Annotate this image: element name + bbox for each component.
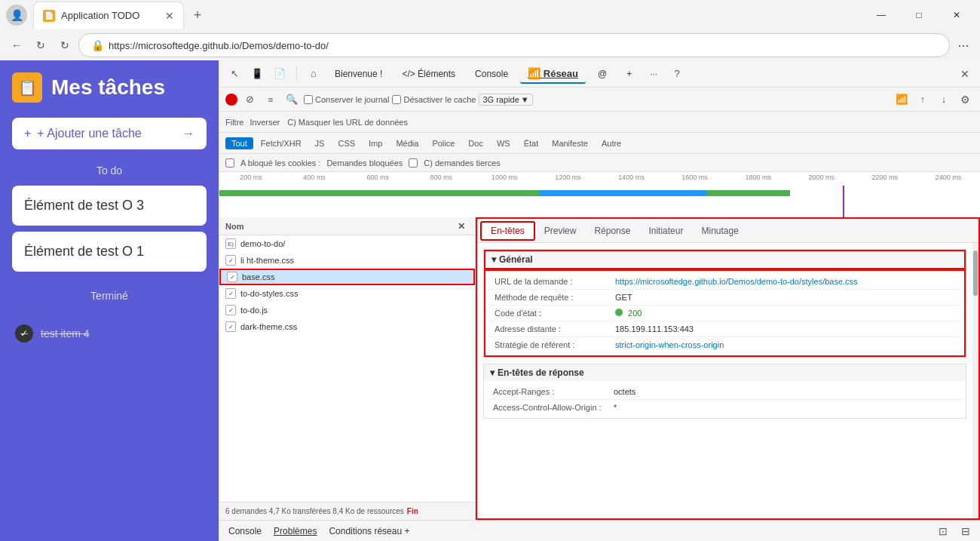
devtools-bottom-bar: Console Problèmes Conditions réseau + ⊡ … [219, 520, 980, 541]
filter-tab-fetch[interactable]: Fetch/XHR [255, 137, 308, 149]
maximize-button[interactable]: □ [902, 3, 936, 27]
new-tab-button[interactable]: + [187, 5, 208, 26]
user-avatar[interactable]: 👤 [6, 5, 27, 26]
ruler-1400: 1400 ms [599, 174, 663, 181]
request-item-4[interactable]: ✓ to-do.js [219, 302, 475, 318]
filter-tab-manifest[interactable]: Manifeste [546, 137, 594, 149]
tab-plus[interactable]: + [619, 66, 639, 82]
blue-bar [539, 190, 706, 196]
throttle-select[interactable]: 3G rapide ▼ [479, 94, 532, 106]
filter-tab-other[interactable]: Autre [596, 137, 627, 149]
tab-network[interactable]: 📶 Réseau [520, 64, 586, 84]
status-dot [615, 309, 623, 316]
done-section-label: Terminé [12, 290, 207, 302]
request-detail-panel: En-têtes Preview Réponse Initiateur Minu… [476, 217, 980, 520]
back-button[interactable]: ← [6, 35, 27, 56]
filter-tab-js[interactable]: JS [309, 137, 331, 149]
detail-tab-headers[interactable]: En-têtes [480, 221, 535, 241]
remote-addr-key: Adresse distante : [495, 324, 615, 334]
ruler-labels: 200 ms 400 ms 600 ms 800 ms 1000 ms 1200… [219, 174, 980, 181]
devtools-device-icon[interactable]: 📱 [248, 65, 266, 83]
blocked-cookies-checkbox[interactable] [225, 158, 234, 168]
devtools-cursor-icon[interactable]: ↖ [225, 65, 243, 83]
filter-tab-media[interactable]: Média [390, 137, 424, 149]
method-value: GET [615, 293, 632, 302]
tab-at[interactable]: @ [590, 66, 614, 82]
request-item-3[interactable]: ✓ to-do-styles.css [219, 285, 475, 302]
stop-button[interactable]: ⊘ [240, 91, 259, 109]
filter-tab-state[interactable]: État [518, 137, 545, 149]
devtools-more-button[interactable]: ··· [644, 66, 663, 82]
bottom-tab-console[interactable]: Console [225, 524, 265, 538]
request-item-5[interactable]: ✓ dark-theme.css [219, 318, 475, 335]
request-item-0[interactable]: E) demo-to-do/ [219, 235, 475, 252]
filter-tab-font[interactable]: Police [426, 137, 461, 149]
network-toolbar-right: 📶 ↑ ↓ ⚙ [893, 91, 974, 109]
refresh-button[interactable]: ↻ [54, 35, 75, 56]
filter-tab-all[interactable]: Tout [225, 137, 253, 149]
devtools-help-button[interactable]: ? [668, 65, 686, 83]
detail-tabs: En-têtes Preview Réponse Initiateur Minu… [477, 219, 978, 243]
wifi-signal-icon[interactable]: 📶 [893, 91, 911, 109]
preserve-log-checkbox[interactable] [304, 95, 313, 104]
bottom-tab-conditions[interactable]: Conditions réseau + [326, 524, 412, 538]
response-headers-section: ▾ En-têtes de réponse Accept-Ranges : oc… [483, 364, 966, 419]
detail-tab-response[interactable]: Réponse [585, 223, 639, 239]
dock-icon[interactable]: ⊟ [957, 523, 974, 539]
detach-icon[interactable]: ⊡ [935, 523, 951, 539]
ruler-2400: 2400 ms [917, 174, 980, 181]
response-headers-section-header[interactable]: ▾ En-têtes de réponse [484, 364, 966, 381]
close-detail-panel-button[interactable]: ✕ [454, 219, 469, 234]
filter-tab-doc[interactable]: Doc [462, 137, 489, 149]
invert-label: Inverser [250, 118, 280, 127]
request-item-2[interactable]: ✓ base.css [219, 269, 475, 285]
tab-welcome[interactable]: Bienvenue ! [327, 66, 390, 82]
filter-tab-css[interactable]: CSS [332, 137, 361, 149]
clear-button[interactable]: ≡ [262, 91, 280, 109]
detail-tab-preview[interactable]: Preview [535, 223, 586, 239]
tab-console[interactable]: Console [467, 66, 516, 82]
todo-item-2[interactable]: Élément de test O 1 [12, 232, 207, 272]
todo-item-1[interactable]: Élément de test O 3 [12, 186, 207, 226]
completed-item-1[interactable]: ✓ test item 4 [12, 317, 207, 350]
close-button[interactable]: ✕ [939, 3, 974, 27]
devtools-snippet-icon[interactable]: 📄 [271, 65, 289, 83]
devtools-close-button[interactable]: ✕ [956, 65, 974, 83]
detail-tab-timing[interactable]: Minutage [692, 223, 747, 239]
completed-item-1-text: test item 4 [41, 327, 90, 340]
detail-scrollbar[interactable] [972, 243, 978, 518]
browser-more-button[interactable]: ··· [953, 35, 974, 56]
devtools-home-icon[interactable]: ⌂ [305, 65, 323, 83]
request-list: Nom ✕ E) demo-to-do/ ✓ li ht-theme.css ✓… [219, 217, 476, 520]
search-button[interactable]: 🔍 [283, 91, 301, 109]
url-bar[interactable]: 🔒 https://microsoftedge.github.io/Demos/… [78, 33, 950, 57]
main-area: 📋 Mes tâches + + Ajouter une tâche → To … [0, 60, 980, 541]
address-bar: ← ↻ ↻ 🔒 https://microsoftedge.github.io/… [0, 30, 980, 60]
timeline: 200 ms 400 ms 600 ms 800 ms 1000 ms 1200… [219, 172, 980, 217]
upload-icon[interactable]: ↑ [914, 91, 932, 109]
request-item-1[interactable]: ✓ li ht-theme.css [219, 252, 475, 269]
forward-button[interactable]: ↻ [30, 35, 51, 56]
filter-tab-ws[interactable]: WS [491, 137, 516, 149]
filter-label: Filtre [225, 118, 243, 127]
network-settings-button[interactable]: ⚙ [956, 91, 974, 109]
general-section-header[interactable]: ▾ Général [484, 250, 966, 269]
accept-ranges-value: octets [614, 387, 635, 396]
disable-cache-checkbox[interactable] [392, 95, 401, 104]
chevron-down-icon-2: ▾ [490, 367, 495, 378]
tab-close-button[interactable]: ✕ [165, 10, 174, 22]
add-task-button[interactable]: + + Ajouter une tâche → [12, 118, 207, 149]
third-party-checkbox[interactable] [409, 158, 418, 168]
request-item-icon-0: E) [225, 238, 236, 249]
bottom-tab-problems[interactable]: Problèmes [271, 524, 320, 538]
tab-elements[interactable]: </> Éléments [394, 66, 463, 82]
minimize-button[interactable]: — [864, 3, 899, 27]
record-button[interactable] [225, 94, 237, 106]
filter-tab-img[interactable]: Imp [363, 137, 388, 149]
window-controls: — □ ✕ [864, 3, 974, 27]
ruler-2200: 2200 ms [853, 174, 917, 181]
detail-tab-initiator[interactable]: Initiateur [639, 223, 692, 239]
active-tab[interactable]: 📄 Application TODO ✕ [33, 2, 184, 29]
request-item-name-2: base.css [242, 272, 467, 281]
download-icon[interactable]: ↓ [935, 91, 953, 109]
